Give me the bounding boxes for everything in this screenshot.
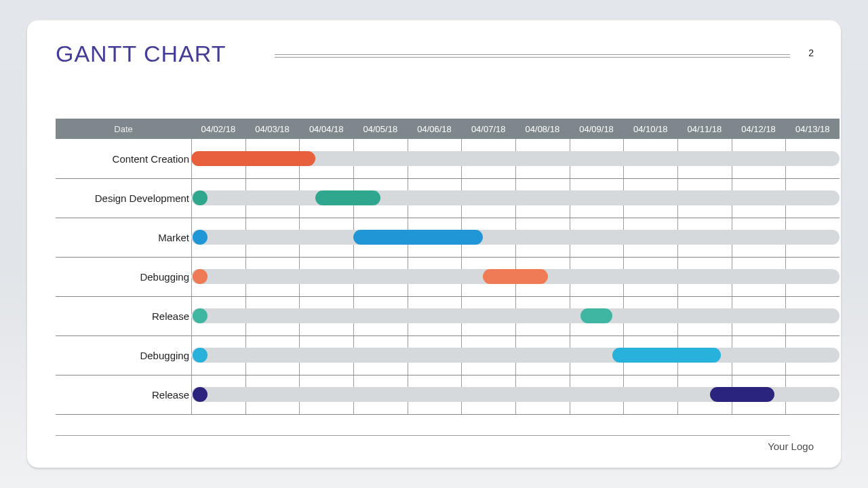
gantt-row: Release — [56, 375, 840, 415]
task-label: Debugging — [56, 257, 189, 296]
date-column: 04/05/18 — [353, 124, 408, 134]
date-column: 04/10/18 — [623, 124, 677, 134]
task-track — [191, 308, 840, 323]
slide-card: GANTT CHART 2 Date 04/02/1804/03/1804/04… — [27, 20, 841, 468]
task-marker-icon — [193, 348, 208, 363]
date-column: 04/07/18 — [461, 124, 515, 134]
gantt-row: Debugging — [56, 336, 840, 375]
date-column: 04/09/18 — [570, 124, 624, 134]
task-bar — [580, 308, 613, 323]
task-bar — [710, 387, 775, 402]
title-rule-2 — [275, 57, 790, 58]
task-marker-icon — [193, 387, 208, 402]
date-column: 04/03/18 — [245, 124, 300, 134]
date-column: 04/06/18 — [408, 124, 462, 134]
task-bar — [483, 269, 548, 284]
gantt-row: Release — [56, 296, 840, 336]
title-rule-1 — [275, 54, 790, 55]
date-column: 04/04/18 — [299, 124, 353, 134]
task-bar — [191, 151, 315, 166]
task-track — [191, 348, 840, 363]
task-label: Market — [56, 218, 189, 257]
footer-logo: Your Logo — [768, 441, 814, 452]
gantt-row: Debugging — [56, 257, 840, 297]
gantt-body: Content CreationDesign DevelopmentMarket… — [56, 139, 840, 414]
task-label: Release — [56, 296, 189, 336]
date-column-header: Date — [56, 124, 191, 134]
page-number: 2 — [808, 47, 814, 58]
task-label: Release — [56, 375, 189, 414]
task-marker-icon — [193, 230, 208, 245]
chart-title: GANTT CHART — [56, 41, 226, 67]
gantt-chart: Date 04/02/1804/03/1804/04/1804/05/1804/… — [56, 119, 840, 417]
gantt-header: Date 04/02/1804/03/1804/04/1804/05/1804/… — [56, 119, 840, 139]
task-marker-icon — [193, 269, 208, 284]
gantt-row: Content Creation — [56, 139, 840, 179]
date-column: 04/02/18 — [191, 124, 245, 134]
task-marker-icon — [193, 190, 208, 205]
gantt-row: Design Development — [56, 178, 840, 218]
task-bar — [353, 230, 483, 245]
gantt-row: Market — [56, 218, 840, 258]
task-track — [191, 230, 840, 245]
date-column: 04/12/18 — [732, 124, 786, 134]
date-column: 04/08/18 — [515, 124, 570, 134]
task-marker-icon — [193, 308, 208, 323]
date-column: 04/13/18 — [785, 124, 840, 134]
task-label: Design Development — [56, 178, 189, 218]
task-track — [191, 190, 840, 205]
date-column: 04/11/18 — [677, 124, 732, 134]
footer-rule — [56, 435, 790, 436]
task-label: Content Creation — [56, 139, 189, 178]
task-label: Debugging — [56, 336, 189, 375]
task-bar — [315, 190, 380, 205]
task-bar — [612, 348, 720, 363]
